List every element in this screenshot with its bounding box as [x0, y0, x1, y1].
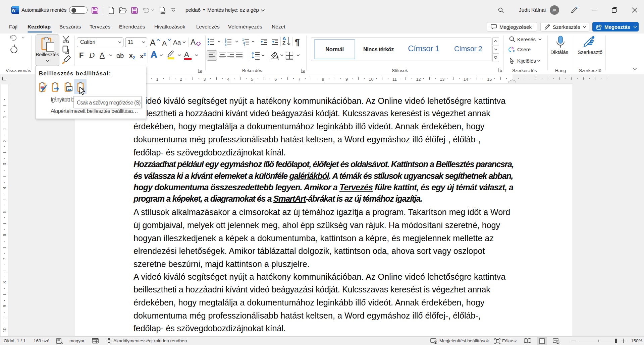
- svg-text:3: 3: [225, 43, 226, 46]
- svg-text:c: c: [513, 49, 515, 53]
- svg-text:i: i: [244, 43, 245, 46]
- svg-text:W: W: [12, 8, 16, 13]
